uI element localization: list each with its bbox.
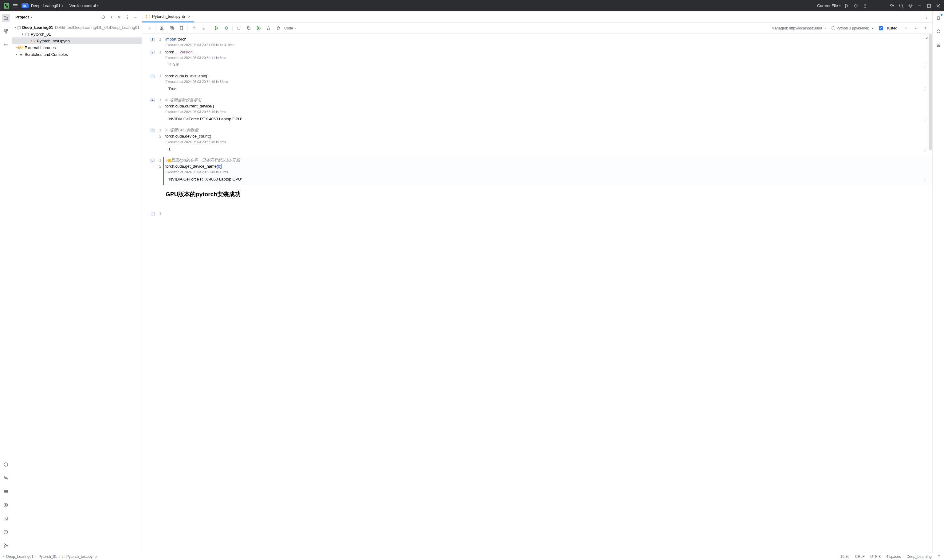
problems-icon[interactable] xyxy=(2,528,10,536)
output-actions-icon[interactable]: ⋮ xyxy=(923,176,927,182)
svg-rect-32 xyxy=(238,27,240,29)
expand-icon[interactable] xyxy=(108,14,114,20)
options-icon[interactable] xyxy=(124,14,130,20)
svg-point-22 xyxy=(127,15,128,16)
cut-icon[interactable] xyxy=(158,25,165,32)
code-cell[interactable]: [1]1 import torch Executed at 2024.05.03… xyxy=(142,36,932,47)
hamburger-icon[interactable] xyxy=(12,2,19,9)
more-icon[interactable] xyxy=(862,3,868,9)
code-cell-empty[interactable]: [ ]1 xyxy=(142,211,932,217)
delete-icon[interactable] xyxy=(275,25,282,32)
close-icon[interactable] xyxy=(935,3,941,9)
tree-folder[interactable]: ▾ ▢ Pytorch_01 xyxy=(12,31,142,37)
vcs-selector[interactable]: Version control▾ xyxy=(69,3,99,8)
cell-output: 'NVIDIA GeForce RTX 4060 Laptop GPU'⋮ xyxy=(165,174,932,185)
notebook-body[interactable]: ✓ [1]1 import torch Executed at 2024.05.… xyxy=(142,34,932,552)
output-actions-icon[interactable]: ⋮ xyxy=(923,146,927,152)
services-icon[interactable] xyxy=(2,488,10,495)
collapse-icon[interactable] xyxy=(116,14,122,20)
restart-icon[interactable] xyxy=(245,25,252,32)
python-console-icon[interactable] xyxy=(2,474,10,482)
cell-type-selector[interactable]: Code▾ xyxy=(284,26,296,31)
code-cell[interactable]: [3]1 torch.cuda.is_available() Executed … xyxy=(142,73,932,95)
execution-info: Executed at 2024.05.03 20:54:19 in 34ms xyxy=(165,80,932,83)
project-tool-icon[interactable] xyxy=(2,14,10,22)
move-up-icon[interactable] xyxy=(190,25,197,32)
settings-icon[interactable] xyxy=(907,3,914,9)
tab-more-icon[interactable]: ⋮ xyxy=(923,14,930,21)
svg-point-26 xyxy=(162,29,163,30)
svg-point-21 xyxy=(102,15,105,18)
tree-scratches[interactable]: ▸ ≣ Scratches and Consoles xyxy=(12,51,142,58)
debug-cell-icon[interactable] xyxy=(222,25,230,32)
tree-root[interactable]: ▾ ▢ Deep_Learing01 D:\Git-res\DeepLearin… xyxy=(12,24,142,31)
run-config-selector[interactable]: Current File▾ xyxy=(817,3,841,8)
ide-logo: ▚ xyxy=(4,3,9,9)
trusted-checkbox[interactable]: ✓Trusted xyxy=(879,26,897,31)
run-all-icon[interactable] xyxy=(255,25,262,32)
locate-icon[interactable] xyxy=(100,14,106,20)
database-icon[interactable] xyxy=(935,41,942,49)
output-actions-icon[interactable]: ⋮ xyxy=(923,86,927,92)
project-selector[interactable]: Deep_Learing01▾ xyxy=(31,3,63,8)
debug-icon[interactable] xyxy=(852,3,859,9)
status-indent[interactable]: 4 spaces xyxy=(886,554,901,559)
close-icon[interactable]: × xyxy=(188,14,191,19)
markdown-cell[interactable]: GPU版本的pytorch安装成功 xyxy=(142,187,932,202)
hide-icon[interactable] xyxy=(132,14,138,20)
output-actions-icon[interactable]: ⋮ xyxy=(923,116,927,122)
run-tool-icon[interactable] xyxy=(2,501,10,509)
add-cell-icon[interactable] xyxy=(145,25,153,32)
chevron-down-icon: ▾ xyxy=(839,4,841,8)
project-sidebar: Project ▾ ▾ ▢ Deep_Learing01 D:\Git-res\… xyxy=(12,11,142,552)
move-down-icon[interactable] xyxy=(200,25,207,32)
kernel-selector[interactable]: Python 3 (ipykernel)▾ xyxy=(831,26,873,31)
svg-rect-16 xyxy=(4,517,8,520)
toolbar-more-icon[interactable] xyxy=(922,25,929,32)
ai-assistant-icon[interactable] xyxy=(935,27,942,35)
cell-output: 1⋮ xyxy=(165,144,932,155)
workarea: Project ▾ ▾ ▢ Deep_Learing01 D:\Git-res\… xyxy=(0,11,944,552)
minimize-icon[interactable] xyxy=(916,3,923,9)
tree-file[interactable]: Pytorch_test.ipynb xyxy=(12,37,142,44)
intention-bulb-icon[interactable] xyxy=(168,159,171,162)
maximize-icon[interactable] xyxy=(925,3,932,9)
managed-server[interactable]: Managed: http://localhost:8889▾ xyxy=(771,26,826,31)
paste-icon[interactable] xyxy=(177,25,185,32)
status-position[interactable]: 15:30 xyxy=(841,554,850,559)
svg-point-1 xyxy=(865,4,865,5)
breadcrumbs[interactable]: ▫ Deep_Learing01› Pytorch_01› Pytorch_te… xyxy=(3,554,97,559)
python-packages-icon[interactable] xyxy=(2,460,10,469)
code-with-me-icon[interactable] xyxy=(889,3,895,9)
status-interpreter[interactable]: Deep_Learning xyxy=(907,554,932,559)
interrupt-icon[interactable] xyxy=(235,25,242,32)
folder-icon: ▢ xyxy=(25,32,29,37)
copy-icon[interactable] xyxy=(168,25,175,32)
code-cell[interactable]: [4]1 2 # 返回当前设备索引 torch.cuda.current_dev… xyxy=(142,97,932,125)
clear-output-icon[interactable] xyxy=(265,25,272,32)
status-encoding[interactable]: UTF-8 xyxy=(870,554,881,559)
lock-icon[interactable] xyxy=(937,554,941,559)
more-tool-icon[interactable] xyxy=(2,41,10,49)
chevron-right-icon: ▸ xyxy=(14,53,19,56)
status-line-sep[interactable]: CRLF xyxy=(855,554,865,559)
code-cell[interactable]: [5]1 2 # 返回GPU的数量 torch.cuda.device_coun… xyxy=(142,127,932,155)
tab-pytorch-test[interactable]: Pytorch_test.ipynb × xyxy=(142,11,194,22)
run-icon[interactable] xyxy=(843,3,850,9)
prev-cell-icon[interactable] xyxy=(902,25,910,32)
search-icon[interactable] xyxy=(898,3,905,9)
git-icon[interactable] xyxy=(2,542,10,549)
terminal-icon[interactable] xyxy=(2,515,10,523)
notifications-icon[interactable] xyxy=(935,14,942,22)
code-cell[interactable]: [2]1 torch.__version__ Executed at 2024.… xyxy=(142,49,932,71)
jupyter-icon xyxy=(146,14,150,19)
chevron-down-icon[interactable]: ▾ xyxy=(31,15,32,19)
cell-output: 'NVIDIA GeForce RTX 4060 Laptop GPU'⋮ xyxy=(165,114,932,125)
svg-rect-7 xyxy=(927,4,930,8)
next-cell-icon[interactable] xyxy=(912,25,919,32)
structure-tool-icon[interactable] xyxy=(2,27,10,35)
run-cell-icon[interactable] xyxy=(213,25,220,32)
tree-ext-libs[interactable]: ▸ �⊟ External Libraries xyxy=(12,44,142,51)
code-cell-active[interactable]: [6]1 2 #返回gpu的名字，设备索引默认从0开始 torch.cuda.g… xyxy=(142,157,932,185)
output-actions-icon[interactable]: ⋮ xyxy=(923,62,927,68)
